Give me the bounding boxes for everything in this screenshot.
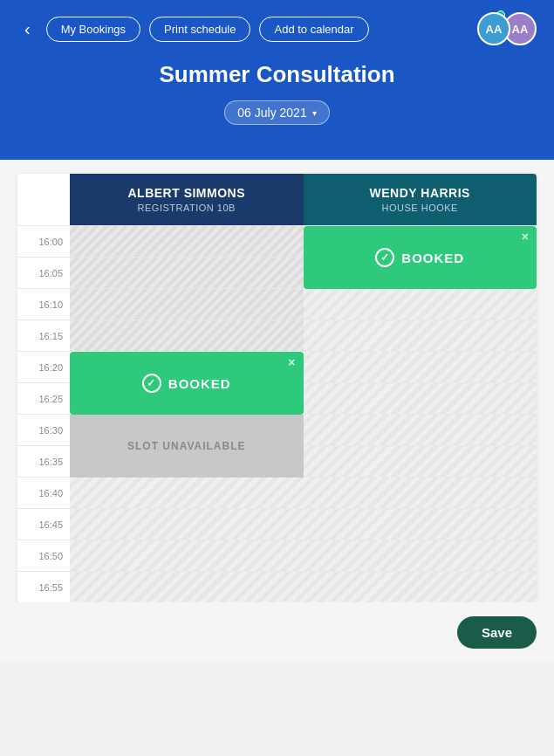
wendy-cell[interactable] (304, 478, 537, 508)
add-to-calendar-button[interactable]: Add to calendar (259, 17, 368, 42)
time-row: 16:10 (17, 288, 537, 320)
time-row: 16:45 (17, 508, 537, 540)
albert-cell[interactable] (70, 478, 304, 508)
close-icon[interactable]: × (522, 230, 530, 244)
wendy-cell[interactable] (304, 509, 537, 540)
close-icon[interactable]: × (288, 355, 296, 369)
albert-cell[interactable] (70, 540, 304, 571)
wendy-cell[interactable] (304, 540, 537, 571)
time-cells (70, 320, 537, 351)
time-row: 16:40 (17, 477, 537, 508)
time-cells: ×✓BOOKED (70, 352, 537, 382)
date-label: 06 July 2021 (237, 106, 306, 120)
slot-unavailable-block: SLOT UNAVAILABLE (70, 415, 304, 478)
time-label: 16:00 (17, 226, 70, 257)
time-cells (70, 540, 537, 571)
booked-label: BOOKED (168, 376, 231, 391)
time-label: 16:10 (17, 289, 70, 320)
booked-label: BOOKED (401, 251, 464, 265)
wendy-cell[interactable] (304, 383, 537, 414)
time-row: 16:20×✓BOOKED (17, 351, 537, 382)
chevron-down-icon: ▾ (312, 108, 317, 118)
time-cells: SLOT UNAVAILABLE (70, 415, 537, 445)
back-button[interactable]: ‹ (17, 16, 38, 43)
time-label: 16:55 (17, 572, 70, 602)
main-content: ALBERT SIMMONS REGISTRATION 10B WENDY HA… (0, 160, 554, 663)
avatar-1[interactable]: AA (477, 12, 510, 45)
check-circle-icon: ✓ (375, 248, 394, 267)
time-label: 16:30 (17, 415, 70, 445)
check-circle-icon: ✓ (142, 374, 161, 393)
print-schedule-button[interactable]: Print schedule (149, 17, 250, 42)
wendy-cell[interactable] (304, 320, 537, 351)
time-label: 16:20 (17, 352, 70, 382)
time-cells (70, 509, 537, 540)
wendy-cell[interactable] (304, 572, 537, 602)
time-cells: ×✓BOOKED (70, 226, 537, 257)
page-header: ‹ My Bookings Print schedule Add to cale… (0, 0, 554, 160)
albert-sub: REGISTRATION 10B (79, 203, 295, 213)
albert-cell[interactable]: ×✓BOOKED (70, 352, 304, 382)
wendy-cell[interactable] (304, 289, 537, 320)
date-picker[interactable]: 06 July 2021 ▾ (224, 100, 329, 125)
my-bookings-button[interactable]: My Bookings (46, 17, 140, 42)
time-row: 16:00×✓BOOKED (17, 225, 537, 257)
albert-cell[interactable] (70, 226, 304, 257)
col-header-wendy: WENDY HARRIS HOUSE HOOKE (304, 174, 537, 225)
wendy-cell[interactable] (304, 415, 537, 445)
wendy-sub: HOUSE HOOKE (312, 203, 529, 213)
time-row: 16:30SLOT UNAVAILABLE (17, 414, 537, 445)
albert-cell[interactable] (70, 289, 304, 320)
time-row: 16:50 (17, 540, 537, 571)
time-label: 16:15 (17, 320, 70, 351)
time-label: 16:45 (17, 509, 70, 540)
wendy-cell[interactable] (304, 352, 537, 382)
col-header-albert: ALBERT SIMMONS REGISTRATION 10B (70, 174, 304, 225)
albert-booked-block[interactable]: ×✓BOOKED (70, 352, 304, 415)
time-row: 16:15 (17, 320, 537, 351)
wendy-cell[interactable]: ×✓BOOKED (304, 226, 537, 257)
albert-name: ALBERT SIMMONS (79, 186, 295, 200)
wendy-cell[interactable] (304, 446, 537, 477)
time-grid: 16:00×✓BOOKED16:0516:1016:1516:20×✓BOOKE… (17, 225, 537, 602)
albert-cell[interactable] (70, 572, 304, 602)
albert-cell[interactable] (70, 320, 304, 351)
avatars-group: AA AA (477, 12, 537, 45)
footer: Save (0, 602, 554, 663)
time-label: 16:40 (17, 478, 70, 508)
save-button[interactable]: Save (457, 616, 537, 649)
albert-cell[interactable]: SLOT UNAVAILABLE (70, 415, 304, 445)
date-pill-wrap: 06 July 2021 ▾ (17, 100, 537, 125)
time-row: 16:55 (17, 571, 537, 602)
schedule-container: ALBERT SIMMONS REGISTRATION 10B WENDY HA… (17, 174, 537, 602)
albert-cell[interactable] (70, 258, 304, 288)
column-headers: ALBERT SIMMONS REGISTRATION 10B WENDY HA… (70, 174, 537, 225)
wendy-name: WENDY HARRIS (312, 186, 529, 200)
albert-cell[interactable] (70, 509, 304, 540)
time-label: 16:50 (17, 540, 70, 571)
time-label: 16:05 (17, 258, 70, 288)
schedule-wrapper: ALBERT SIMMONS REGISTRATION 10B WENDY HA… (0, 160, 554, 602)
time-cells (70, 289, 537, 320)
time-cells (70, 478, 537, 508)
page-title: Summer Consultation (17, 61, 537, 88)
wendy-booked-block[interactable]: ×✓BOOKED (304, 226, 537, 289)
header-top: ‹ My Bookings Print schedule Add to cale… (17, 12, 537, 45)
time-label: 16:35 (17, 446, 70, 477)
avatar-1-wrap: AA (477, 12, 503, 45)
time-label: 16:25 (17, 383, 70, 414)
time-cells (70, 572, 537, 602)
